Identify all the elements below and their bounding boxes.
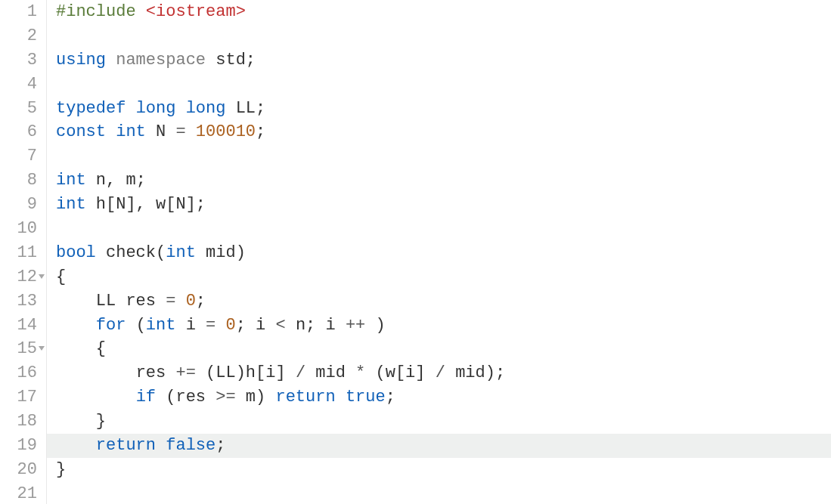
token: i <box>265 363 275 382</box>
token: } <box>56 460 66 479</box>
token: int <box>56 171 96 190</box>
token: const <box>56 122 116 141</box>
code-line[interactable]: bool check(int mid) <box>56 241 831 265</box>
token <box>56 412 96 431</box>
token: >= <box>216 388 246 407</box>
token: [ <box>256 363 265 382</box>
token: w <box>156 195 166 214</box>
line-number: 7 <box>8 144 37 169</box>
token: ( <box>136 316 146 335</box>
code-line[interactable] <box>56 73 831 97</box>
token: = <box>206 316 225 335</box>
token: std <box>216 51 246 70</box>
line-number: 16 <box>8 361 37 385</box>
token: h <box>96 195 106 214</box>
token: N <box>116 195 126 214</box>
code-line[interactable]: int h[N], w[N]; <box>56 193 831 217</box>
token: if <box>136 388 166 407</box>
token: int <box>56 195 96 214</box>
line-number: 12 <box>8 265 37 289</box>
token: ; <box>305 316 325 335</box>
token: long <box>136 99 186 118</box>
code-line[interactable]: typedef long long LL; <box>56 97 831 121</box>
token: ] <box>415 363 435 382</box>
token: ; <box>256 99 265 118</box>
token: 0 <box>225 316 235 335</box>
code-line[interactable] <box>56 144 831 169</box>
token: [ <box>106 195 116 214</box>
token: check <box>106 243 156 262</box>
token <box>56 339 96 358</box>
code-line[interactable]: for (int i = 0; i < n; i ++ ) <box>56 314 831 338</box>
token: #include <box>56 2 146 21</box>
token <box>56 292 96 311</box>
code-line[interactable]: } <box>56 458 831 482</box>
token: ) <box>236 363 246 382</box>
token: [ <box>166 195 175 214</box>
line-number-gutter: 123456789101112131415161718192021 <box>0 0 47 504</box>
token: return <box>275 388 345 407</box>
code-line[interactable]: const int N = 100010; <box>56 120 831 144</box>
code-line[interactable]: #include <iostream> <box>56 0 831 24</box>
token: n <box>96 171 106 190</box>
line-number: 14 <box>8 314 37 338</box>
token: ) <box>376 316 386 335</box>
code-line[interactable]: int n, m; <box>56 169 831 193</box>
token: ( <box>376 363 386 382</box>
token: int <box>146 316 186 335</box>
token: ; <box>256 122 265 141</box>
token: false <box>166 436 216 455</box>
token: ; <box>246 51 256 70</box>
token: ; <box>386 388 395 407</box>
token: n <box>296 316 305 335</box>
token: mid <box>315 363 355 382</box>
line-number: 17 <box>8 385 37 410</box>
code-line[interactable]: { <box>56 265 831 289</box>
token: N <box>156 122 175 141</box>
line-number: 11 <box>8 241 37 265</box>
line-number: 6 <box>8 120 37 144</box>
code-line[interactable]: if (res >= m) return true; <box>56 385 831 410</box>
token: 100010 <box>196 122 256 141</box>
line-number: 9 <box>8 193 37 217</box>
code-line[interactable]: using namespace std; <box>56 48 831 73</box>
line-number: 19 <box>8 434 37 458</box>
token: m <box>246 388 256 407</box>
code-line[interactable] <box>56 217 831 241</box>
code-line[interactable]: { <box>56 337 831 361</box>
code-line[interactable] <box>56 24 831 48</box>
token: int <box>116 122 156 141</box>
token: mid <box>455 363 485 382</box>
token: long <box>186 99 236 118</box>
token: i <box>186 316 206 335</box>
token: , <box>106 171 126 190</box>
code-line[interactable]: LL res = 0; <box>56 289 831 314</box>
code-line[interactable]: res += (LL)h[i] / mid * (w[i] / mid); <box>56 361 831 385</box>
line-number: 3 <box>8 48 37 73</box>
token: ; <box>136 171 146 190</box>
line-number: 1 <box>8 0 37 24</box>
token: { <box>56 267 66 286</box>
code-line[interactable]: } <box>56 410 831 434</box>
token: typedef <box>56 99 136 118</box>
token: ], <box>126 195 156 214</box>
token: bool <box>56 243 106 262</box>
line-number: 15 <box>8 337 37 361</box>
code-line[interactable]: return false; <box>56 434 831 458</box>
token: ] <box>275 363 295 382</box>
token: += <box>175 363 206 382</box>
code-line[interactable] <box>56 482 831 504</box>
code-area[interactable]: #include <iostream>using namespace std;t… <box>47 0 831 504</box>
token: LL <box>96 292 126 311</box>
code-editor[interactable]: 123456789101112131415161718192021 #inclu… <box>0 0 831 504</box>
token: ; <box>196 292 206 311</box>
token: true <box>346 388 386 407</box>
token: ]; <box>186 195 206 214</box>
token: } <box>96 412 106 431</box>
token: / <box>436 363 455 382</box>
token: ; <box>236 316 256 335</box>
token <box>56 363 136 382</box>
token: i <box>325 316 345 335</box>
line-number: 8 <box>8 169 37 193</box>
token: = <box>175 122 195 141</box>
